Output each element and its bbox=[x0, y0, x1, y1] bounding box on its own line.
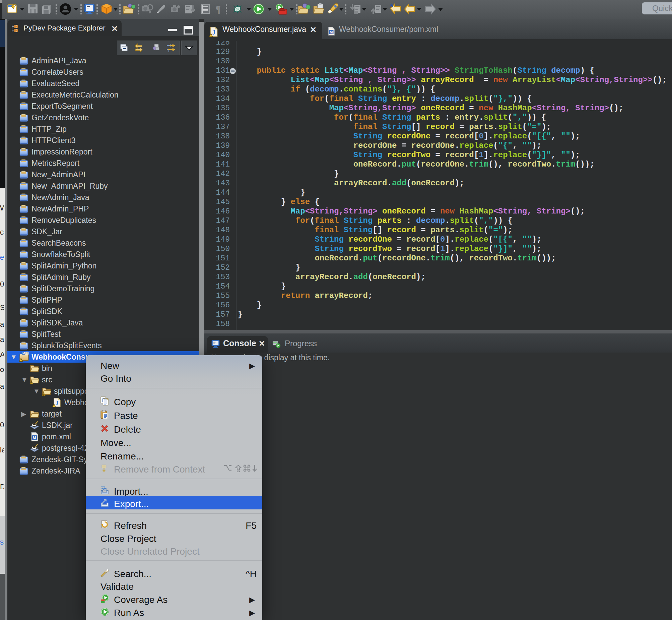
svg-text:¶: ¶ bbox=[215, 3, 221, 14]
